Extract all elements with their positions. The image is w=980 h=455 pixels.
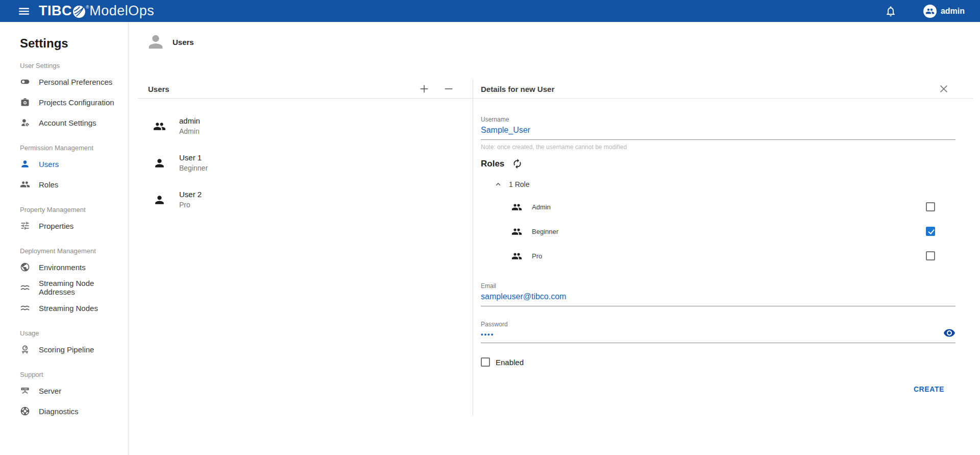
username-note: Note: once created, the username cannot … <box>481 143 955 151</box>
group-icon <box>20 179 30 189</box>
username-field-block: Username Sample_User Note: once created,… <box>481 116 955 151</box>
roles-label: Roles <box>481 159 504 169</box>
section-permission-management: Permission Management <box>20 144 128 152</box>
waves-icon <box>20 282 30 293</box>
email-input[interactable]: sampleuser@tibco.com <box>481 290 955 306</box>
show-password-button[interactable] <box>943 327 955 339</box>
sidebar-item-scoring-pipeline[interactable]: Scoring Pipeline <box>20 339 128 360</box>
details-panel-title: Details for new User <box>481 85 554 93</box>
section-support: Support <box>20 371 128 378</box>
password-input[interactable]: •••• <box>481 328 955 343</box>
group-icon <box>511 202 522 212</box>
brand-logo: TIBC®ModelOps <box>39 3 154 19</box>
toggle-icon <box>20 77 30 87</box>
email-field-block: Email sampleuser@tibco.com <box>481 282 955 306</box>
role-checkbox-pro[interactable] <box>926 251 935 260</box>
sidebar-item-label: Roles <box>39 180 58 189</box>
password-field-block: Password •••• <box>481 321 955 343</box>
email-label: Email <box>481 282 955 290</box>
sidebar-item-account-settings[interactable]: Account Settings <box>20 112 128 133</box>
username-input[interactable]: Sample_User <box>481 123 955 140</box>
add-user-button[interactable] <box>419 83 430 94</box>
role-option-admin: Admin <box>481 195 955 219</box>
refresh-roles-button[interactable] <box>512 158 523 169</box>
role-name: Pro <box>532 252 542 260</box>
remove-user-button[interactable] <box>443 83 454 94</box>
user-list-item-user1[interactable]: User 1 Beginner <box>153 145 473 181</box>
brand-tibc: TIBC <box>39 3 72 19</box>
sidebar-item-projects-configuration[interactable]: Projects Configuration <box>20 92 128 112</box>
username-label: Username <box>481 116 955 123</box>
section-usage: Usage <box>20 329 128 337</box>
sidebar-item-label: Users <box>39 160 59 169</box>
user-list-item-admin[interactable]: admin Admin <box>153 108 473 145</box>
password-label: Password <box>481 321 955 328</box>
close-details-button[interactable] <box>938 83 949 94</box>
sidebar-item-label: Server <box>39 387 61 395</box>
settings-sidebar: Settings User Settings Personal Preferen… <box>0 22 129 455</box>
roles-expander[interactable]: 1 Role <box>494 180 955 188</box>
sidebar-item-streaming-nodes[interactable]: Streaming Nodes <box>20 298 128 318</box>
waves-icon <box>20 303 30 313</box>
tibco-o-globe-icon <box>72 5 86 18</box>
enabled-label: Enabled <box>496 358 524 367</box>
section-user-settings: User Settings <box>20 62 128 69</box>
sidebar-item-label: Streaming Node Addresses <box>39 279 128 296</box>
user-name: admin <box>179 116 200 126</box>
user-list-item-user2[interactable]: User 2 Pro <box>153 181 473 218</box>
user-role: Pro <box>179 200 202 210</box>
top-bar: TIBC®ModelOps admin <box>0 0 980 22</box>
role-name: Admin <box>532 203 551 211</box>
tune-icon <box>20 221 30 231</box>
enabled-row: Enabled <box>481 357 955 367</box>
user-role: Admin <box>179 127 200 136</box>
users-list-panel: Users admin A <box>129 80 473 416</box>
user-menu[interactable]: admin <box>923 5 965 18</box>
role-checkbox-beginner[interactable] <box>926 227 935 236</box>
main-content: Users Users <box>129 22 980 455</box>
minus-icon <box>443 83 454 94</box>
create-button[interactable]: CREATE <box>912 382 946 396</box>
menu-icon[interactable] <box>17 5 31 18</box>
sidebar-item-environments[interactable]: Environments <box>20 257 128 277</box>
sidebar-item-server[interactable]: Server <box>20 380 128 401</box>
sidebar-item-properties[interactable]: Properties <box>20 215 128 236</box>
enabled-checkbox[interactable] <box>481 357 490 367</box>
projects-icon <box>20 97 30 107</box>
notifications-bell-icon[interactable] <box>885 5 897 17</box>
page-header: Users <box>129 31 980 53</box>
users-page-icon <box>145 32 166 52</box>
user-avatar-icon <box>923 5 937 18</box>
user-name: User 2 <box>179 189 202 200</box>
server-icon <box>20 386 30 396</box>
eye-icon <box>943 327 955 339</box>
plus-icon <box>419 83 430 94</box>
sidebar-title: Settings <box>20 36 128 51</box>
section-property-management: Property Management <box>20 206 128 213</box>
sidebar-item-diagnostics[interactable]: Diagnostics <box>20 401 128 421</box>
brand-modelops: ModelOps <box>89 3 154 19</box>
person-icon <box>153 157 166 170</box>
sidebar-item-label: Account Settings <box>39 118 96 127</box>
close-icon <box>938 83 949 94</box>
details-panel: Details for new User Username Sample_Use… <box>473 80 980 416</box>
roles-summary-text: 1 Role <box>509 180 529 188</box>
role-option-beginner: Beginner <box>481 219 955 244</box>
page-title: Users <box>173 38 194 46</box>
sidebar-item-roles[interactable]: Roles <box>20 174 128 195</box>
gauge-machine-icon <box>20 344 30 354</box>
registered-mark: ® <box>86 5 89 10</box>
sidebar-item-label: Properties <box>39 222 74 230</box>
sidebar-item-streaming-node-addresses[interactable]: Streaming Node Addresses <box>20 277 128 298</box>
role-name: Beginner <box>532 228 558 235</box>
sidebar-item-personal-preferences[interactable]: Personal Preferences <box>20 71 128 92</box>
chevron-up-icon <box>494 180 502 188</box>
sidebar-item-label: Scoring Pipeline <box>39 345 94 354</box>
person-icon <box>153 194 166 206</box>
role-checkbox-admin[interactable] <box>926 202 935 211</box>
person-icon <box>20 159 30 169</box>
sidebar-item-label: Diagnostics <box>39 407 79 416</box>
user-role: Beginner <box>179 163 208 173</box>
sidebar-item-users[interactable]: Users <box>20 154 128 174</box>
user-name: admin <box>941 7 965 16</box>
